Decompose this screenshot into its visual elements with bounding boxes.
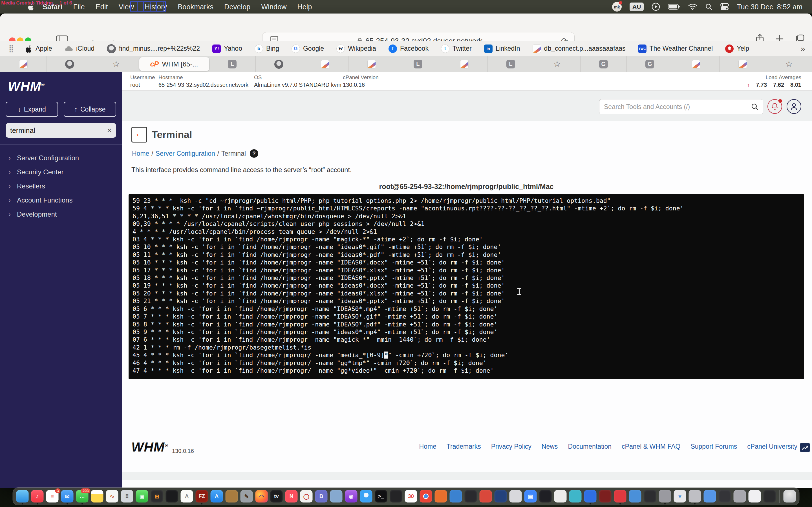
footer-link[interactable]: Trademarks [447, 443, 481, 450]
menu-edit[interactable]: Edit [90, 3, 113, 11]
menu-window[interactable]: Window [256, 3, 292, 11]
bookmark-wikipedia[interactable]: W Wikipedia [336, 45, 376, 53]
browser-tab[interactable]: L [488, 56, 534, 72]
bookmarks-overflow-icon[interactable]: » [801, 44, 805, 54]
dock-icon[interactable] [465, 490, 477, 503]
dock-icon[interactable] [704, 490, 716, 503]
browser-tab[interactable] [0, 56, 47, 72]
dock-icon[interactable]: ▣ [136, 490, 148, 503]
account-button[interactable] [786, 99, 801, 114]
dock-icon[interactable]: ∿ [106, 490, 118, 503]
analytics-icon[interactable] [800, 443, 810, 453]
menu-help[interactable]: Help [292, 3, 317, 11]
dock-icon[interactable]: tv [270, 490, 283, 503]
footer-link[interactable]: News [542, 443, 558, 450]
dock-icon[interactable] [629, 490, 642, 503]
dock-icon[interactable] [584, 490, 597, 503]
dock-icon[interactable] [719, 490, 731, 503]
sidebar-nav-item[interactable]: › Server Configuration [0, 151, 122, 165]
browser-tab[interactable] [441, 56, 488, 72]
dock-icon[interactable]: A [211, 490, 223, 503]
menu-develop[interactable]: Develop [219, 3, 256, 11]
dock-icon[interactable] [16, 490, 29, 503]
dock-icon[interactable]: ◯ [300, 490, 313, 503]
dock-icon[interactable]: ♪ [31, 490, 44, 503]
dock-icon[interactable]: ⠿ [121, 490, 133, 503]
browser-tab[interactable]: ☆ [766, 56, 812, 72]
bookmark-db-connect[interactable]: db_connect.p...aaasaaafaas [532, 45, 626, 53]
sidebar-nav-item[interactable]: › Development [0, 207, 122, 221]
dock-icon[interactable] [91, 490, 103, 503]
browser-tab[interactable]: L [395, 56, 441, 72]
breadcrumb-home-link[interactable]: Home [132, 150, 149, 158]
browser-tab[interactable] [302, 56, 349, 72]
trash-icon[interactable] [783, 490, 796, 503]
browser-tab[interactable] [673, 56, 719, 72]
footer-link[interactable]: cPanel University [747, 443, 797, 450]
dock-icon[interactable] [733, 490, 746, 503]
help-icon[interactable]: ? [250, 149, 258, 158]
dock-icon[interactable]: ≡ 3 [46, 490, 59, 503]
dock-icon[interactable] [509, 490, 522, 503]
dock-icon[interactable] [539, 490, 552, 503]
dock-icon[interactable]: ✉ [61, 490, 73, 503]
dock-icon[interactable] [360, 490, 372, 503]
dock-icon[interactable] [450, 490, 462, 503]
dock-icon[interactable] [599, 490, 612, 503]
footer-link[interactable]: Home [419, 443, 437, 450]
bookmark-apple[interactable]: Apple [26, 45, 52, 53]
menubar-app-icon[interactable]: mk [612, 2, 622, 11]
sidebar-search-input[interactable] [10, 126, 107, 135]
dock-icon[interactable]: ▣ [524, 490, 537, 503]
footer-link[interactable]: Documentation [568, 443, 612, 450]
dock-icon[interactable] [763, 490, 776, 503]
terminal-output[interactable]: 59 23 * * * ksh -c "cd ~rjmprogr/public_… [129, 194, 804, 379]
collapse-button[interactable]: ↑Collapse [64, 102, 116, 117]
footer-link[interactable]: cPanel & WHM FAQ [622, 443, 680, 450]
browser-tab[interactable]: cP WHM [65-... [139, 57, 209, 71]
dock-icon[interactable]: B [315, 490, 327, 503]
dock-icon[interactable] [166, 490, 178, 503]
browser-tab[interactable] [255, 56, 302, 72]
footer-link[interactable]: Privacy Policy [491, 443, 531, 450]
dock-icon[interactable] [479, 490, 492, 503]
bookmark-twitter[interactable]: t Twitter [441, 45, 472, 53]
input-source-badge[interactable]: AU [629, 3, 644, 11]
favorites-grid-icon[interactable]: ⣿ [8, 44, 13, 53]
bookmark-bing[interactable]: b Bing [255, 45, 279, 53]
browser-tab[interactable]: L [209, 56, 256, 72]
dock-icon[interactable]: 30 [405, 490, 417, 503]
browser-tab[interactable]: ☆ [534, 56, 580, 72]
sidebar-nav-item[interactable]: › Resellers [0, 179, 122, 193]
bookmark-yahoo[interactable]: Y! Yahoo [212, 45, 242, 53]
control-center-icon[interactable] [720, 3, 729, 10]
notifications-button[interactable] [767, 99, 782, 114]
dock-icon[interactable] [689, 490, 701, 503]
dock-icon[interactable] [225, 490, 238, 503]
browser-tab[interactable]: ☆ [93, 56, 139, 72]
dock-icon[interactable] [330, 490, 343, 503]
menubar-clock[interactable]: Tue 30 Dec 8:52 am [737, 3, 802, 11]
dock-icon[interactable] [435, 490, 447, 503]
dock-icon[interactable]: … 203 [76, 490, 89, 503]
dock-icon[interactable]: N [285, 490, 298, 503]
browser-tab[interactable] [348, 56, 395, 72]
dock-icon[interactable]: ⊞ [151, 490, 163, 503]
dock-icon[interactable] [614, 490, 626, 503]
dock-icon[interactable]: ✎ [241, 490, 253, 503]
battery-icon[interactable] [668, 4, 680, 10]
now-playing-icon[interactable] [652, 3, 660, 11]
bookmark-google[interactable]: G Google [292, 45, 324, 53]
bookmark-yelp[interactable]: ✱ Yelp [725, 45, 749, 53]
dock-icon[interactable] [659, 490, 671, 503]
expand-button[interactable]: ↓Expand [6, 102, 58, 117]
dock-icon[interactable] [644, 490, 656, 503]
sidebar-nav-item[interactable]: › Account Functions [0, 193, 122, 207]
dock-icon[interactable]: A [181, 490, 193, 503]
sidebar-nav-item[interactable]: › Security Center [0, 165, 122, 179]
bookmark-linkedin[interactable]: in LinkedIn [484, 45, 520, 53]
menu-bookmarks[interactable]: Bookmarks [172, 3, 219, 11]
breadcrumb-section-link[interactable]: Server Configuration [156, 150, 215, 158]
browser-tab[interactable] [719, 56, 766, 72]
dock-icon[interactable]: ◉ [345, 490, 357, 503]
